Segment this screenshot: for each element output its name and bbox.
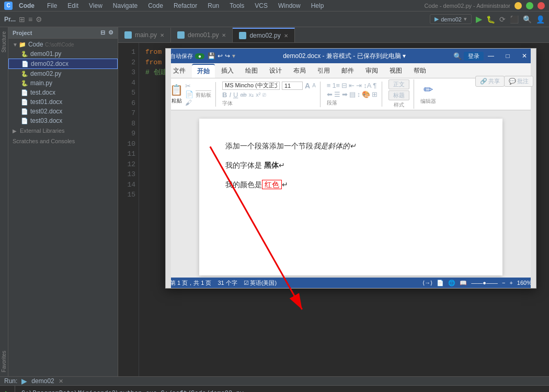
autosave-toggle[interactable]: ● <box>195 53 204 59</box>
word-tab-home[interactable]: 开始 <box>192 64 215 78</box>
strikethrough-button[interactable]: ab <box>240 91 246 98</box>
tab-mainpy[interactable]: main.py ✕ <box>118 28 171 42</box>
view-read-icon[interactable]: 📖 <box>460 280 467 286</box>
word-tab-file[interactable]: 文件 <box>168 64 191 77</box>
style-heading[interactable]: 标题 <box>388 90 409 100</box>
zoom-level[interactable]: 160% <box>517 280 532 286</box>
subscript-button[interactable]: x₂ <box>249 91 254 98</box>
clear-format-icon[interactable]: ⎚ <box>262 91 266 98</box>
debug-button[interactable]: 🐛 <box>486 15 495 24</box>
tab-demo01py[interactable]: demo01.py ✕ <box>171 28 233 42</box>
maximize-button[interactable] <box>526 2 533 9</box>
menu-edit[interactable]: Edit <box>65 1 81 10</box>
indent-increase-icon[interactable]: ⇥ <box>356 82 362 89</box>
tab-close-icon[interactable]: ✕ <box>284 33 288 39</box>
toolbar-icon-settings[interactable]: ⚙ <box>36 15 42 24</box>
tree-item-testdocx[interactable]: 📄 test.docx <box>8 88 118 97</box>
underline-button[interactable]: U <box>233 91 238 99</box>
word-maximize-button[interactable]: □ <box>500 49 515 63</box>
tree-item-test03docx[interactable]: 📄 test03.docx <box>8 116 118 125</box>
menu-help[interactable]: Help <box>309 1 326 10</box>
word-comment-btn[interactable]: 💬 批注 <box>504 76 533 87</box>
structure-label[interactable]: Structure <box>0 27 8 57</box>
collapse-all-icon[interactable]: ⊟ <box>100 29 105 36</box>
word-tab-help[interactable]: 帮助 <box>408 64 431 77</box>
word-tab-references[interactable]: 引用 <box>312 64 335 77</box>
word-document-area[interactable]: 添加一个段落添加一个节段我是斜体的↵ 我的字体是 黑体↵ 我的颜色是红色↵ <box>166 110 536 278</box>
tab-close-icon[interactable]: ✕ <box>160 32 164 38</box>
justify-icon[interactable]: ▤ <box>349 90 356 98</box>
tree-item-mainpy[interactable]: 🐍 main.py <box>8 78 118 88</box>
toolbar-icon-list[interactable]: ≡ <box>28 15 32 24</box>
menu-code[interactable]: Code <box>146 1 165 10</box>
menu-refactor[interactable]: Refactor <box>171 1 199 10</box>
tree-item-test01docx[interactable]: 📄 test01.docx <box>8 97 118 107</box>
search-icon[interactable]: 🔍 <box>453 52 462 60</box>
run-config-label[interactable]: demo02 <box>31 377 54 385</box>
align-center-icon[interactable]: ☰ <box>334 90 340 98</box>
gear-icon[interactable]: ⚙ <box>108 29 113 36</box>
font-name-input[interactable] <box>222 82 280 90</box>
font-size-down-icon[interactable]: A <box>312 83 316 88</box>
minimize-button[interactable] <box>514 2 522 9</box>
font-size-input[interactable] <box>282 82 303 90</box>
numbering-icon[interactable]: 1≡ <box>332 82 340 89</box>
tree-item-test02docx[interactable]: 📄 test02.docx <box>8 107 118 116</box>
copy-icon[interactable]: 📄 <box>185 90 193 98</box>
word-tab-draw[interactable]: 绘图 <box>240 64 263 77</box>
tree-item-demo02py[interactable]: 🐍 demo02.py <box>8 69 118 78</box>
word-share-btn[interactable]: 🔗 共享 <box>475 76 505 87</box>
tree-item-demo02docx[interactable]: 📄 demo02.docx <box>8 59 118 69</box>
search-icon[interactable]: 🔍 <box>523 15 532 24</box>
favorites-label[interactable]: Favorites <box>0 347 8 376</box>
zoom-plus-button[interactable]: + <box>509 280 512 286</box>
cut-icon[interactable]: ✂ <box>185 82 193 90</box>
run-button[interactable]: ▶ <box>476 14 482 24</box>
superscript-button[interactable]: x² <box>256 91 260 98</box>
run-play-button[interactable]: ▶ <box>2 388 13 392</box>
borders-icon[interactable]: ⊞ <box>372 90 378 98</box>
word-tab-layout[interactable]: 布局 <box>288 64 311 77</box>
coverage-button[interactable]: ⟳ <box>499 15 506 24</box>
redo-icon[interactable]: ↪ <box>225 52 230 60</box>
signin-button[interactable]: 登录 <box>464 52 484 61</box>
bold-button[interactable]: B <box>222 91 227 99</box>
undo-icon[interactable]: ↩ <box>218 52 223 60</box>
view-print-icon[interactable]: 📄 <box>437 280 444 286</box>
zoom-minus-button[interactable]: − <box>502 280 505 286</box>
paste-icon[interactable]: 📋 <box>170 84 183 96</box>
menu-run[interactable]: Run <box>205 1 221 10</box>
format-painter-icon[interactable]: 🖌 <box>185 99 193 107</box>
word-tab-insert[interactable]: 插入 <box>216 64 239 77</box>
run-tab-close-icon[interactable]: ✕ <box>59 378 63 385</box>
menu-vcs[interactable]: VCS <box>253 1 270 10</box>
word-tab-view[interactable]: 视图 <box>384 64 407 77</box>
word-close-button[interactable]: ✕ <box>517 49 532 63</box>
word-tab-review[interactable]: 审阅 <box>360 64 383 77</box>
user-icon[interactable]: 👤 <box>536 15 545 24</box>
tab-demo02py[interactable]: demo02.py ✕ <box>233 28 294 42</box>
tree-external-libraries[interactable]: ▶ External Libraries <box>8 125 118 136</box>
indent-decrease-icon[interactable]: ⇤ <box>349 82 354 89</box>
tree-item-demo01py[interactable]: 🐍 demo01.py <box>8 49 118 59</box>
word-minimize-button[interactable]: — <box>484 49 498 63</box>
save-icon[interactable]: 💾 <box>208 52 215 60</box>
show-marks-icon[interactable]: ¶ <box>373 82 376 89</box>
word-tab-mailings[interactable]: 邮件 <box>336 64 359 77</box>
sort-icon[interactable]: ↕A <box>363 82 371 89</box>
toolbar-icon-structure[interactable]: ⊞ <box>19 15 25 24</box>
view-web-icon[interactable]: 🌐 <box>448 280 455 286</box>
stop-button[interactable]: ⬛ <box>510 15 519 24</box>
menu-file[interactable]: File <box>45 1 59 10</box>
right-scrollbar[interactable] <box>531 110 536 278</box>
close-button[interactable] <box>537 2 545 9</box>
menu-window[interactable]: Window <box>276 1 303 10</box>
menu-view[interactable]: View <box>87 1 105 10</box>
style-normal[interactable]: 正文 <box>388 79 409 89</box>
zoom-slider[interactable]: ——●—— <box>471 280 498 286</box>
tab-close-icon[interactable]: ✕ <box>222 32 226 38</box>
tree-scratches[interactable]: Scratches and Consoles <box>8 136 118 146</box>
menu-tools[interactable]: Tools <box>227 1 246 10</box>
italic-button[interactable]: I <box>229 91 231 99</box>
shading-icon[interactable]: 🎨 <box>362 90 370 98</box>
